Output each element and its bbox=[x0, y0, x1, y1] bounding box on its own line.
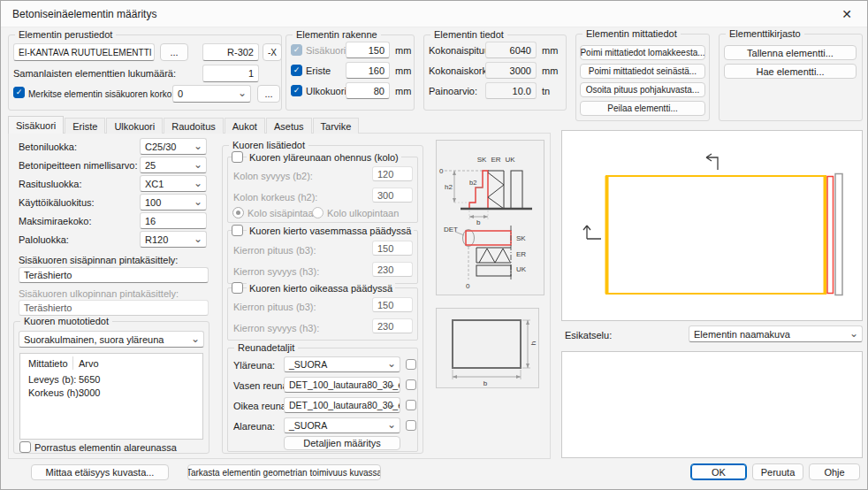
tab-asetus[interactable]: Asetus bbox=[266, 118, 312, 134]
ok-button[interactable]: OK bbox=[690, 463, 747, 480]
top-edge-select[interactable]: _SUORA⌄ bbox=[284, 356, 400, 372]
close-icon[interactable]: ✕ bbox=[826, 1, 867, 27]
weight-label: Painoarvio: bbox=[429, 86, 477, 97]
svg-text:b2: b2 bbox=[469, 179, 476, 187]
measure-distance-button[interactable]: Mittaa etäisyys kuvasta... bbox=[31, 464, 169, 480]
load-element-button[interactable]: Hae elementti... bbox=[724, 64, 857, 79]
insulation-unit: mm bbox=[395, 65, 411, 77]
right-turn-length-label: Kierron pituus (b3): bbox=[233, 302, 316, 313]
bottom-edge-checkbox[interactable] bbox=[406, 420, 416, 431]
top-edge-checkbox[interactable] bbox=[406, 359, 416, 370]
left-turn-depth-input: 230 bbox=[372, 262, 413, 277]
pick-from-form-button[interactable]: Poimi mittatiedot lomakkeesta... bbox=[580, 45, 705, 60]
insulation-truss bbox=[488, 171, 504, 209]
max-aggregate-input[interactable]: 16 bbox=[140, 212, 207, 229]
right-turn-checkbox[interactable] bbox=[232, 282, 243, 294]
svg-text:b: b bbox=[476, 218, 481, 226]
outer-surface-input: Teräshierto bbox=[19, 300, 209, 316]
left-turn-depth-label: Kierron syvyys (h3): bbox=[233, 266, 319, 278]
gray-strip bbox=[835, 174, 842, 295]
element-code-input[interactable]: R-302 bbox=[202, 43, 259, 61]
chevron-down-icon: ⌄ bbox=[194, 235, 202, 242]
weight-value: 10.0 bbox=[485, 82, 537, 99]
help-button[interactable]: Ohje bbox=[809, 463, 860, 480]
inner-shell-profile bbox=[469, 171, 488, 209]
korko-checkbox[interactable]: ✓ bbox=[13, 87, 25, 98]
outer-shell-thickness[interactable]: 80 bbox=[346, 82, 390, 99]
right-edge-checkbox[interactable] bbox=[406, 400, 416, 410]
total-length-value: 6040 bbox=[485, 42, 537, 58]
service-life-select[interactable]: 100⌄ bbox=[140, 194, 207, 211]
point-length-button[interactable]: Osoita pituus pohjakuvasta... bbox=[580, 82, 705, 97]
chevron-down-icon: ⌄ bbox=[387, 360, 396, 367]
left-turn-length-label: Kierron pituus (b3): bbox=[233, 245, 316, 256]
svg-text:b: b bbox=[483, 379, 488, 387]
svg-text:ER: ER bbox=[516, 250, 526, 258]
outer-shell-checkbox[interactable]: ✓ bbox=[291, 85, 302, 96]
save-element-button[interactable]: Tallenna elementti... bbox=[724, 45, 857, 60]
right-turn-depth-label: Kierron syvyys (h3): bbox=[233, 323, 319, 334]
inner-shell-thickness[interactable]: 150 bbox=[346, 42, 390, 58]
element-name-input[interactable]: EI-KANTAVA RUUTUELEMENTTI bbox=[13, 43, 155, 61]
left-turn-checkbox[interactable] bbox=[232, 225, 243, 236]
left-direction-mark bbox=[583, 226, 601, 239]
recess-inner-radio bbox=[232, 207, 244, 218]
minus-x-button[interactable]: -X bbox=[263, 43, 282, 61]
right-edge-select[interactable]: DET_100_lautaura80_30_e⌄ bbox=[284, 397, 400, 413]
inner-shell-label: Sisäkuori bbox=[306, 45, 346, 57]
recess-outer-label: Kolo ulkopintaan bbox=[327, 208, 399, 219]
thinning-checkbox[interactable] bbox=[232, 151, 243, 163]
inner-shell-unit: mm bbox=[395, 45, 411, 57]
count-input[interactable]: 1 bbox=[202, 65, 259, 82]
recess-height-input: 300 bbox=[372, 188, 413, 203]
fire-class-label: Paloluokka: bbox=[19, 234, 69, 246]
outer-shell-rect bbox=[511, 171, 522, 209]
cancel-button[interactable]: Peruuta bbox=[752, 463, 803, 480]
detail-definition-button[interactable]: Detaljien määritys bbox=[284, 436, 400, 450]
top-edge-label: Yläreuna: bbox=[233, 360, 275, 371]
svg-text:SK: SK bbox=[477, 156, 487, 164]
right-turn-length-input: 150 bbox=[372, 297, 413, 312]
tab-eriste[interactable]: Eriste bbox=[65, 118, 105, 134]
width-row-label: Leveys (b): bbox=[28, 374, 76, 386]
inner-surface-input[interactable]: Teräshierto bbox=[19, 267, 209, 283]
korko-select[interactable]: 0 ⌄ bbox=[172, 85, 251, 103]
korko-browse-button[interactable]: ... bbox=[257, 85, 280, 103]
tab-tarvike[interactable]: Tarvike bbox=[313, 118, 360, 134]
left-edge-select[interactable]: DET_100_lautaura80_30_e⌄ bbox=[284, 377, 400, 393]
weight-unit: tn bbox=[542, 86, 550, 97]
tab-raudoitus[interactable]: Raudoitus bbox=[164, 118, 224, 134]
step-bottom-checkbox[interactable] bbox=[19, 441, 31, 453]
tab-sisakuori[interactable]: Sisäkuori bbox=[8, 116, 64, 134]
preview-canvas bbox=[561, 130, 863, 321]
plan-inner-shell bbox=[466, 231, 511, 245]
shape-type-select[interactable]: Suorakulmainen, suora yläreuna⌄ bbox=[19, 331, 204, 348]
shape-table-header-arvo: Arvo bbox=[79, 358, 99, 370]
concrete-class-select[interactable]: C25/30⌄ bbox=[140, 138, 207, 155]
chevron-down-icon: ⌄ bbox=[849, 330, 858, 337]
right-turn-title: Kuoren kierto oikeassa päädyssä bbox=[247, 283, 395, 295]
preview-mode-select[interactable]: Elementin naamakuva⌄ bbox=[689, 325, 863, 342]
concrete-class-label: Betoniluokka: bbox=[19, 142, 77, 153]
pick-from-wall-button[interactable]: Poimi mittatiedot seinästä... bbox=[580, 64, 705, 79]
shape-diagram-svg: h b bbox=[437, 309, 538, 387]
preview-list-box[interactable] bbox=[561, 351, 863, 458]
count-label: Samanlaisten elementtien lukumäärä: bbox=[13, 68, 176, 80]
thinning-title: Kuoren yläreunaan ohennus (kolo) bbox=[247, 152, 401, 164]
group-basics-title: Elementin perustiedot bbox=[15, 29, 116, 41]
section-diagram-svg: SK ER UK 0 h2 b2 b DET SK bbox=[437, 141, 544, 295]
exposure-select[interactable]: XC1⌄ bbox=[140, 175, 207, 192]
inner-surface-label: Sisäkuoren sisäpinnan pintakäsittely: bbox=[19, 255, 178, 266]
bottom-edge-select[interactable]: _SUORA⌄ bbox=[284, 417, 400, 433]
left-edge-checkbox[interactable] bbox=[406, 379, 416, 390]
check-geometry-button[interactable]: Tarkasta elementin geometrian toimivuus … bbox=[187, 464, 381, 480]
tab-aukot[interactable]: Aukot bbox=[225, 118, 265, 134]
insulation-checkbox[interactable]: ✓ bbox=[291, 65, 302, 76]
fire-class-select[interactable]: R120⌄ bbox=[140, 231, 207, 248]
mirror-element-button[interactable]: Peilaa elementti... bbox=[580, 101, 705, 116]
name-browse-button[interactable]: ... bbox=[160, 43, 188, 61]
cover-select[interactable]: 25⌄ bbox=[140, 157, 207, 173]
insulation-thickness[interactable]: 160 bbox=[346, 62, 390, 79]
tab-ulkokuori[interactable]: Ulkokuori bbox=[106, 118, 163, 134]
height-row-value: 3000 bbox=[79, 387, 100, 399]
